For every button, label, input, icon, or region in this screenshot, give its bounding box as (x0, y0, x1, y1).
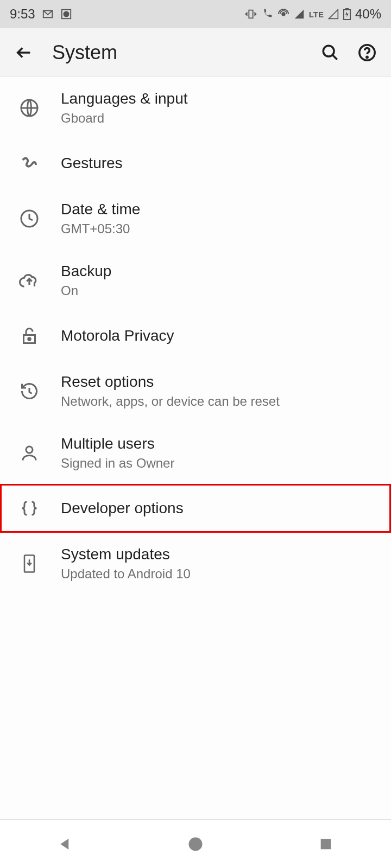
settings-item-developer[interactable]: Developer options (0, 484, 391, 533)
settings-item-languages[interactable]: Languages & input Gboard (0, 77, 391, 139)
item-title: Date & time (61, 201, 140, 218)
battery-charging-icon (343, 8, 351, 20)
item-subtitle: Updated to Android 10 (61, 566, 191, 582)
status-time: 9:53 (10, 7, 35, 22)
clock-icon (13, 209, 46, 228)
settings-item-reset[interactable]: Reset options Network, apps, or device c… (0, 360, 391, 422)
svg-point-15 (189, 837, 203, 851)
svg-point-12 (28, 338, 31, 341)
vibrate-icon (245, 8, 257, 20)
svg-point-13 (26, 446, 33, 453)
person-icon (13, 443, 46, 463)
target-icon (60, 8, 72, 20)
signal-full-icon (294, 9, 305, 20)
globe-icon (13, 98, 46, 118)
help-button[interactable] (356, 42, 378, 63)
item-subtitle: Network, apps, or device can be reset (61, 394, 280, 409)
item-title: System updates (61, 546, 191, 563)
lte-label: LTE (309, 10, 324, 19)
svg-rect-16 (321, 839, 331, 849)
restore-icon (13, 381, 46, 401)
settings-list: Languages & input Gboard Gestures Date &… (0, 77, 391, 595)
search-button[interactable] (319, 42, 341, 63)
phone-download-icon (13, 554, 46, 573)
gmail-icon (42, 8, 54, 20)
gesture-icon (13, 154, 46, 173)
nav-home-button[interactable] (168, 828, 223, 860)
hotspot-icon (278, 8, 289, 20)
nav-back-button[interactable] (38, 828, 92, 860)
settings-item-datetime[interactable]: Date & time GMT+05:30 (0, 188, 391, 250)
svg-point-8 (367, 56, 368, 58)
item-title: Languages & input (61, 90, 188, 107)
cloud-upload-icon (13, 270, 46, 291)
status-bar: 9:53 LTE 40% (0, 0, 391, 28)
item-title: Multiple users (61, 435, 174, 452)
settings-item-backup[interactable]: Backup On (0, 250, 391, 311)
svg-point-3 (282, 12, 285, 16)
settings-item-multiusers[interactable]: Multiple users Signed in as Owner (0, 422, 391, 484)
svg-point-2 (64, 11, 68, 16)
item-subtitle: GMT+05:30 (61, 221, 140, 237)
item-subtitle: Gboard (61, 111, 188, 126)
item-subtitle: On (61, 283, 111, 298)
svg-rect-5 (346, 8, 348, 10)
lock-open-icon (13, 326, 46, 346)
app-bar: System (0, 28, 391, 77)
braces-icon (13, 499, 46, 518)
item-title: Developer options (61, 500, 184, 517)
item-title: Motorola Privacy (61, 327, 174, 344)
settings-item-gestures[interactable]: Gestures (0, 139, 391, 188)
back-button[interactable] (13, 42, 35, 63)
item-subtitle: Signed in as Owner (61, 456, 174, 471)
svg-point-6 (323, 46, 334, 56)
status-battery: 40% (355, 7, 381, 22)
nav-recent-button[interactable] (299, 828, 353, 860)
navigation-bar (0, 819, 391, 868)
wifi-call-icon (261, 8, 273, 20)
settings-item-updates[interactable]: System updates Updated to Android 10 (0, 533, 391, 595)
item-title: Gestures (61, 155, 123, 172)
item-title: Backup (61, 263, 111, 280)
page-title: System (52, 41, 117, 64)
item-title: Reset options (61, 373, 280, 391)
settings-item-privacy[interactable]: Motorola Privacy (0, 311, 391, 360)
signal-empty-icon (328, 9, 339, 20)
